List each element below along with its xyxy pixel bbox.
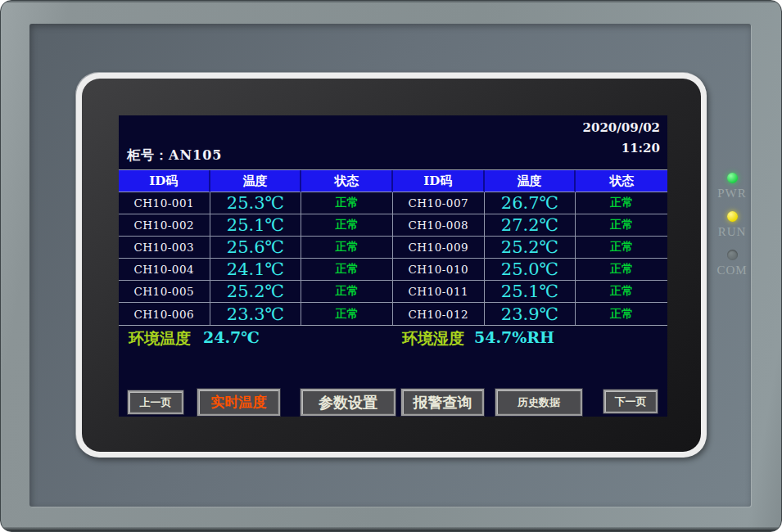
status-cell: 正常	[576, 214, 667, 237]
com-indicator: COM	[711, 250, 753, 277]
channel-id-cell: CH10-004	[119, 259, 210, 281]
prev-page-button[interactable]: 上一页	[128, 390, 183, 414]
channel-table: ID码 温度 状态 ID码 温度 状态 CH10-001 25.3℃ 正常 CH…	[119, 169, 667, 326]
run-indicator: RUN	[711, 211, 753, 239]
ambient-temperature-label: 环境温度	[129, 328, 191, 349]
status-cell: 正常	[576, 259, 667, 281]
indicator-led-strip: PWR RUN COM	[711, 173, 753, 288]
channel-id-cell: CH10-002	[119, 214, 210, 237]
channel-id-cell: CH10-012	[393, 303, 485, 325]
column-header: ID码	[393, 170, 485, 192]
status-cell: 正常	[576, 303, 667, 325]
channel-id-cell: CH10-003	[119, 237, 210, 259]
status-cell: 正常	[576, 237, 667, 259]
com-led-icon	[727, 250, 738, 260]
column-header: 温度	[485, 170, 576, 192]
hmi-device: 2020/09/02 11:20 柜号：AN105 ID码 温度 状态 ID码 …	[0, 0, 782, 532]
status-cell: 正常	[301, 281, 393, 303]
status-cell: 正常	[301, 192, 393, 214]
column-header: ID码	[119, 170, 210, 192]
temperature-cell: 25.3℃	[210, 192, 302, 214]
date-display: 2020/09/02	[583, 120, 660, 135]
alarm-query-button[interactable]: 报警查询	[401, 389, 484, 416]
temperature-cell: 25.6℃	[210, 237, 302, 259]
temperature-cell: 26.7℃	[485, 192, 576, 214]
status-cell: 正常	[576, 281, 667, 303]
channel-id-cell: CH10-005	[119, 281, 210, 303]
pwr-led-label: PWR	[717, 187, 747, 200]
temperature-cell: 23.3℃	[210, 303, 302, 325]
run-led-icon	[727, 211, 738, 222]
pwr-led-icon	[727, 173, 738, 183]
com-led-label: COM	[716, 264, 747, 277]
temperature-cell: 25.1℃	[485, 281, 576, 303]
cabinet-label: 柜号：	[127, 147, 169, 163]
cabinet-value: AN105	[169, 147, 222, 163]
lcd-screen: 2020/09/02 11:20 柜号：AN105 ID码 温度 状态 ID码 …	[119, 115, 667, 417]
temperature-cell: 25.2℃	[210, 281, 302, 303]
column-header: 状态	[301, 170, 393, 192]
pwr-indicator: PWR	[711, 173, 753, 201]
status-cell: 正常	[301, 303, 393, 325]
channel-id-cell: CH10-001	[119, 192, 210, 214]
parameter-settings-button[interactable]: 参数设置	[301, 389, 396, 416]
temperature-cell: 27.2℃	[485, 214, 576, 237]
channel-id-cell: CH10-010	[393, 259, 485, 281]
status-cell: 正常	[301, 259, 393, 281]
ambient-readings: 环境温度 24.7℃ 环境湿度 54.7%RH	[119, 328, 667, 349]
datetime-display: 2020/09/02 11:20	[583, 120, 660, 156]
history-data-button[interactable]: 历史数据	[495, 389, 582, 416]
temperature-cell: 24.1℃	[210, 259, 302, 281]
channel-id-cell: CH10-011	[393, 281, 485, 303]
channel-id-cell: CH10-009	[393, 237, 485, 259]
cabinet-number: 柜号：AN105	[127, 147, 222, 165]
column-header: 温度	[210, 170, 302, 192]
temperature-cell: 23.9℃	[485, 303, 576, 325]
temperature-cell: 25.0℃	[485, 259, 576, 281]
ambient-humidity-value: 54.7%RH	[474, 328, 554, 346]
channel-id-cell: CH10-007	[393, 192, 485, 214]
channel-id-cell: CH10-008	[393, 214, 485, 237]
status-cell: 正常	[301, 237, 393, 259]
time-display: 11:20	[583, 141, 660, 156]
next-page-button[interactable]: 下一页	[603, 390, 658, 413]
realtime-temperature-button[interactable]: 实时温度	[197, 389, 280, 416]
temperature-cell: 25.2℃	[485, 237, 576, 259]
run-led-label: RUN	[718, 225, 747, 238]
column-header: 状态	[576, 170, 667, 192]
channel-id-cell: CH10-006	[119, 303, 210, 325]
status-cell: 正常	[301, 214, 393, 237]
status-cell: 正常	[576, 192, 667, 214]
ambient-humidity-label: 环境湿度	[402, 328, 464, 349]
ambient-temperature-value: 24.7℃	[203, 328, 260, 346]
temperature-cell: 25.1℃	[210, 214, 302, 237]
